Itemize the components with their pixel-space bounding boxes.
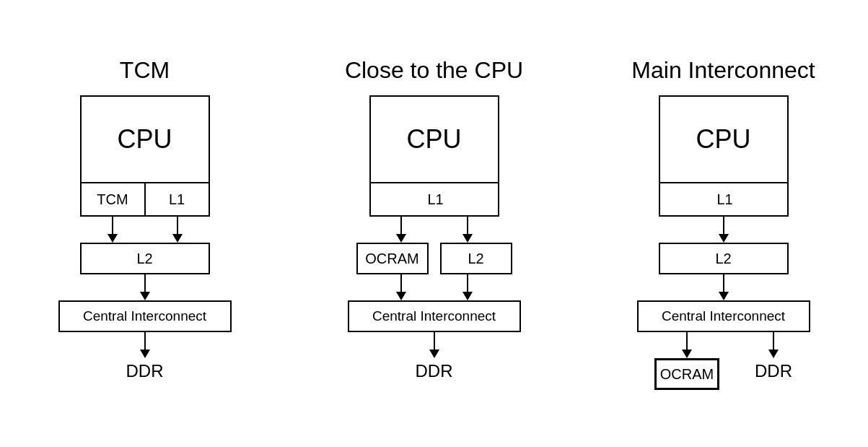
tcm-arrow-left <box>108 217 118 243</box>
close-ddr-label: DDR <box>416 361 453 381</box>
tcm-split-arrows <box>80 217 210 243</box>
main-arrow-ddr <box>768 332 779 358</box>
tcm-arrow1 <box>140 274 150 300</box>
tcm-arrow-line-left <box>112 217 113 234</box>
close-interconnect-box: Central Interconnect <box>348 300 521 332</box>
close-arrow2-left <box>396 274 406 300</box>
close-title: Close to the CPU <box>345 57 523 84</box>
tcm-arrowhead-right <box>172 234 183 243</box>
tcm-interconnect-box: Central Interconnect <box>58 300 232 332</box>
main-cpu-wrapper: CPU L1 <box>659 95 789 217</box>
tcm-ddr-label: DDR <box>126 361 164 381</box>
tcm-arrow-right <box>172 217 183 243</box>
main-arrow-ocram <box>682 332 692 358</box>
tcm-arrow1-head <box>140 292 150 300</box>
diagram-close: Close to the CPU CPU L1 OCRAM L2 <box>289 57 579 381</box>
diagram-main: Main Interconnect CPU L1 L2 Central Inte… <box>579 57 868 390</box>
main-arrow2 <box>719 274 729 300</box>
main-arrow2-head <box>719 292 729 300</box>
main-l1-box: L1 <box>660 183 790 215</box>
main-arrow2-line <box>723 274 724 292</box>
close-arrow-right <box>463 217 473 243</box>
tcm-arrow1-line <box>144 274 146 292</box>
close-boxes-row: OCRAM L2 <box>356 243 512 274</box>
tcm-arrow2 <box>140 332 150 358</box>
close-split-arrows2 <box>348 274 521 300</box>
tcm-cpu-wrapper: CPU TCM L1 <box>80 95 210 217</box>
close-arrow-left <box>396 217 406 243</box>
tcm-arrow2-line <box>144 332 146 350</box>
main-arrow1-line <box>723 217 724 234</box>
main-title: Main Interconnect <box>631 57 815 84</box>
close-arrow2-head-right <box>463 292 473 300</box>
close-arrow2-head-left <box>396 292 406 300</box>
main-arrow-ocram-head <box>682 350 692 358</box>
main-arrow-ocram-line <box>686 332 688 350</box>
close-arrow2-line-right <box>467 274 468 292</box>
main-arrow1-head <box>719 234 729 243</box>
main-cpu-label: CPU <box>660 97 787 183</box>
diagrams-container: TCM CPU TCM L1 L2 <box>0 50 868 397</box>
main-interconnect-box: Central Interconnect <box>637 300 810 332</box>
close-arrow-line-right <box>467 217 468 234</box>
tcm-arrowhead-left <box>108 234 118 243</box>
main-arrow1 <box>719 217 729 243</box>
main-l2-box: L2 <box>659 243 789 274</box>
close-arrow3-line <box>434 332 435 350</box>
close-arrow2-right <box>463 274 473 300</box>
main-ddr-branch: DDR <box>755 332 792 390</box>
tcm-title: TCM <box>120 57 170 84</box>
l1-box-tcm: L1 <box>146 183 209 215</box>
main-below-interconnect: OCRAM DDR <box>637 332 810 390</box>
close-cpu-wrapper: CPU L1 <box>369 95 499 217</box>
close-arrow3-head <box>429 350 439 358</box>
close-ocram-box: OCRAM <box>356 243 429 274</box>
tcm-cpu-label: CPU <box>82 97 209 183</box>
main-ddr-label: DDR <box>755 361 792 381</box>
tcm-l2-box: L2 <box>80 243 210 274</box>
tcm-sub-row: TCM L1 <box>82 183 209 215</box>
close-split-arrows <box>348 217 521 243</box>
close-arrowhead-right <box>463 234 473 243</box>
close-arrowhead-left <box>396 234 406 243</box>
tcm-arrow-line-right <box>177 217 178 234</box>
close-l2-box: L2 <box>440 243 512 274</box>
main-ocram-branch: OCRAM <box>654 332 719 390</box>
close-arrow-line-left <box>400 217 402 234</box>
tcm-box: TCM <box>82 183 146 215</box>
tcm-arrow2-head <box>140 350 150 358</box>
close-arrow2-line-left <box>400 274 402 292</box>
main-arrow-ddr-head <box>768 350 779 358</box>
close-arrow3 <box>429 332 439 358</box>
close-l1-box: L1 <box>371 183 501 215</box>
close-cpu-label: CPU <box>371 97 498 183</box>
main-ocram-box: OCRAM <box>654 358 719 390</box>
main-arrow-ddr-line <box>773 332 774 350</box>
diagram-tcm: TCM CPU TCM L1 L2 <box>0 57 289 381</box>
